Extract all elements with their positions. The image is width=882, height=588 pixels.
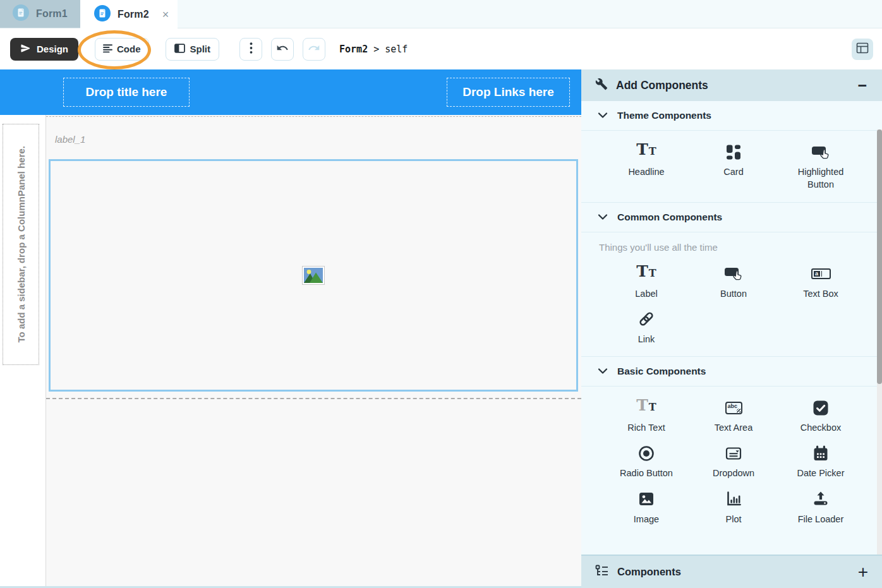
tab-bar: Form1 Form2 ×: [0, 0, 882, 28]
component-button[interactable]: Button: [690, 260, 777, 306]
highlighted-button-icon: [811, 141, 830, 162]
code-lines-icon: [103, 44, 112, 55]
radio-button-icon: [638, 443, 655, 464]
form-title-bar: Drop title here Drop Links here: [0, 69, 581, 115]
component-rich-text[interactable]: TT Rich Text: [603, 394, 690, 440]
component-text-box[interactable]: a Text Box: [777, 260, 864, 306]
component-text-area[interactable]: abc Text Area: [690, 394, 777, 440]
image-1-component[interactable]: [49, 159, 578, 392]
chevron-down-icon: [598, 212, 608, 223]
breadcrumb: Form2 > self: [339, 44, 408, 55]
drop-links-zone[interactable]: Drop Links here: [447, 78, 570, 107]
form-content-area[interactable]: label_1: [46, 115, 581, 586]
redo-button[interactable]: [303, 38, 325, 61]
card-icon: [725, 141, 742, 162]
sidebar-drop-zone[interactable]: To add a sidebar, drop a ColumnPanel her…: [3, 124, 39, 365]
tab-form1[interactable]: Form1: [0, 0, 80, 28]
label-1-component[interactable]: label_1: [55, 134, 85, 145]
tab-form2[interactable]: Form2 ×: [80, 0, 178, 29]
button-icon: [724, 263, 743, 284]
components-palette: Theme Components TT Headline Card: [581, 101, 882, 555]
component-radio-button[interactable]: Radio Button: [603, 440, 690, 485]
rich-text-icon: TT: [636, 397, 656, 418]
canvas-body: To add a sidebar, drop a ColumnPanel her…: [0, 115, 581, 586]
breadcrumb-form[interactable]: Form2: [339, 44, 368, 55]
section-label: Common Components: [617, 212, 722, 223]
chevron-down-icon: [598, 366, 608, 377]
section-label: Basic Components: [617, 366, 706, 377]
panel-title: Add Components: [616, 79, 708, 92]
drop-title-zone[interactable]: Drop title here: [63, 78, 190, 107]
text-area-icon: abc: [725, 397, 742, 418]
add-components-panel: Add Components − Theme Components TT Hea…: [581, 69, 882, 588]
component-label[interactable]: TT Label: [603, 260, 690, 306]
drop-indicator-line: [46, 398, 581, 399]
drop-indicator-line: [46, 116, 581, 117]
panel-scrollbar-thumb[interactable]: [877, 129, 882, 384]
wrench-icon: [595, 78, 608, 93]
sidebar-hint-label: To add a sidebar, drop a ColumnPanel her…: [16, 146, 27, 342]
component-image[interactable]: Image: [603, 486, 690, 531]
chevron-down-icon: [598, 110, 608, 121]
redo-icon: [308, 42, 320, 57]
form-file-icon: [13, 4, 29, 23]
toggle-side-panel-button[interactable]: [852, 39, 873, 60]
basic-components-grid: TT Rich Text abc Text Area Checkbox: [581, 387, 882, 536]
components-tree-icon: [595, 565, 609, 580]
components-tree-label: Components: [617, 566, 681, 578]
image-placeholder-icon: [302, 266, 325, 285]
paper-plane-icon: [20, 43, 31, 56]
component-link[interactable]: Link: [603, 306, 690, 351]
add-components-header: Add Components −: [581, 69, 882, 101]
section-common-components[interactable]: Common Components: [581, 203, 882, 232]
editor-toolbar: Design Code Split: [0, 28, 882, 69]
form-file-icon: [94, 5, 111, 24]
component-checkbox[interactable]: Checkbox: [777, 394, 864, 440]
common-components-subtitle: Things you'll use all the time: [581, 232, 882, 253]
component-date-picker[interactable]: Date Picker: [777, 440, 864, 485]
tab-label: Form1: [36, 8, 68, 20]
component-headline[interactable]: TT Headline: [603, 138, 690, 197]
split-pane-icon: [174, 44, 185, 55]
common-components-grid: TT Label Button a Text Box: [581, 253, 882, 357]
undo-icon: [276, 42, 289, 57]
text-box-icon: a: [811, 263, 831, 284]
component-file-loader[interactable]: File Loader: [777, 486, 864, 531]
section-theme-components[interactable]: Theme Components: [581, 101, 882, 131]
checkbox-icon: [813, 397, 829, 418]
form-design-canvas: Drop title here Drop Links here To add a…: [0, 69, 581, 588]
more-options-button[interactable]: [239, 38, 262, 61]
design-view-button[interactable]: Design: [10, 38, 78, 61]
component-highlighted-button[interactable]: Highlighted Button: [777, 138, 864, 197]
theme-components-grid: TT Headline Card Highlighted Button: [581, 131, 882, 203]
split-button-label: Split: [190, 44, 211, 54]
component-plot[interactable]: Plot: [690, 486, 777, 531]
layout-panel-icon: [856, 42, 869, 56]
kebab-menu-icon: [250, 42, 253, 56]
component-dropdown[interactable]: Dropdown: [690, 440, 777, 485]
plot-icon: [725, 489, 742, 510]
code-view-button[interactable]: Code: [95, 38, 149, 61]
sidebar-column: To add a sidebar, drop a ColumnPanel her…: [0, 115, 46, 586]
collapse-panel-icon[interactable]: −: [857, 78, 867, 93]
drop-links-label: Drop Links here: [462, 85, 554, 99]
components-tree-bar[interactable]: Components +: [581, 555, 882, 588]
date-picker-icon: [813, 443, 829, 464]
section-label: Theme Components: [617, 110, 711, 121]
label-icon: TT: [636, 263, 656, 284]
add-icon[interactable]: +: [858, 563, 868, 581]
image-component-icon: [638, 489, 655, 510]
undo-button[interactable]: [271, 38, 294, 61]
component-card[interactable]: Card: [690, 138, 777, 197]
tab-label: Form2: [118, 9, 149, 20]
breadcrumb-self[interactable]: self: [385, 44, 408, 55]
split-view-button[interactable]: Split: [166, 38, 220, 61]
section-basic-components[interactable]: Basic Components: [581, 357, 882, 387]
anvil-editor-window: Form1 Form2 × Design Code Sp: [0, 0, 882, 588]
design-button-label: Design: [37, 44, 68, 54]
close-icon[interactable]: ×: [162, 9, 169, 20]
file-loader-icon: [813, 489, 829, 510]
headline-icon: TT: [636, 141, 656, 162]
link-icon: [637, 309, 655, 330]
dropdown-icon: [725, 443, 742, 464]
